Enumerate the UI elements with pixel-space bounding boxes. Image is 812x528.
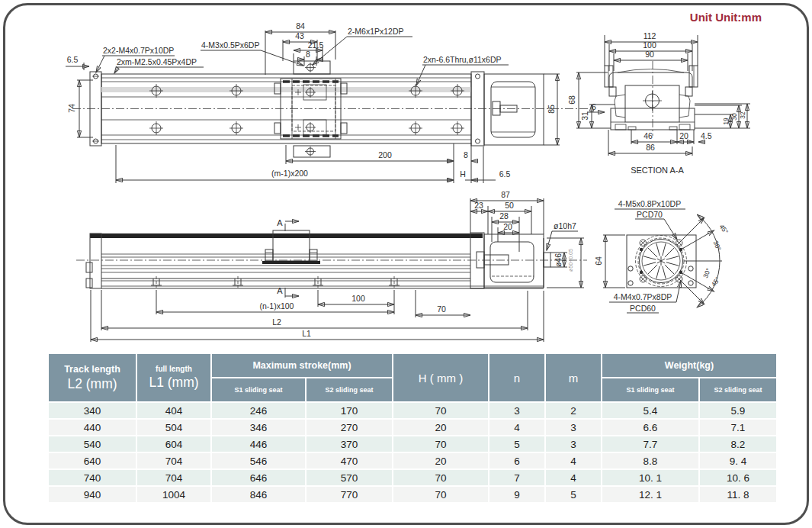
datasheet-page: Unit Unit:mm: [0, 0, 812, 528]
cell-weight-s2: 9. 4: [700, 453, 776, 468]
header-stroke-s1: S1 sliding seat: [212, 378, 305, 401]
flange-labels: 64 4-M5x0.8Px10DP PCD70 4-M4x0.7Px8DP PC…: [594, 199, 730, 313]
callout-m5-pcd70: 4-M5x0.8Px10DP: [618, 199, 681, 208]
header-full-length: full length L1 (mm): [137, 354, 210, 401]
cell-stroke-s1: 646: [212, 470, 305, 485]
cell-l1: 1004: [137, 487, 210, 502]
cell-weight-s2: 11. 8: [700, 487, 776, 502]
dim-8-bottom: 8: [464, 150, 468, 159]
cell-n: 4: [489, 420, 544, 435]
dim-50: 50: [505, 201, 514, 210]
cell-stroke-s1: 346: [212, 420, 305, 435]
dim-28: 28: [499, 211, 509, 221]
dim-h: H: [460, 169, 466, 179]
dim-dia-46: ø46: [554, 253, 563, 267]
cell-h: 70: [393, 470, 488, 485]
header-track-length: Track length L2 (mm): [49, 354, 136, 401]
header-weight-s2: S2 sliding seat: [700, 378, 776, 401]
cut-label-a-bottom: A: [277, 286, 283, 295]
dim-74: 74: [67, 104, 76, 113]
dim-6-5-bottom: 6.5: [499, 169, 511, 179]
front-view-dimensions: [91, 198, 584, 342]
cell-m: 5: [546, 487, 601, 502]
cell-m: 3: [546, 436, 601, 452]
table-row: 640 704 546 470 20 6 4 8.8 9. 4: [49, 453, 776, 468]
cut-label-a-top: A: [277, 218, 283, 227]
cell-stroke-s2: 770: [307, 487, 392, 502]
header-max-stroke-group: Maximum stroke(mm) S1 sliding seat S2 sl…: [212, 354, 392, 401]
cell-h: 70: [393, 403, 488, 418]
dim-100: 100: [643, 40, 656, 50]
dim-n-1-x100: (n-1)x100: [260, 301, 294, 311]
table-row: 940 1004 846 770 70 9 5 12. 1 11. 8: [49, 487, 776, 502]
cell-m: 4: [546, 453, 601, 468]
dim-112: 112: [644, 31, 656, 40]
dim-100-front: 100: [351, 294, 365, 303]
header-max-stroke-label: Maximum stroke(mm): [212, 354, 392, 377]
callout-m4-pcd60: 4-M4x0.7Px8DP: [614, 292, 672, 301]
cell-weight-s1: 6.6: [602, 420, 698, 435]
cell-l1: 404: [137, 403, 210, 418]
angle-45-top: 45°: [718, 223, 730, 235]
cell-weight-s2: 5.9: [700, 403, 776, 418]
cell-weight-s1: 7.7: [602, 436, 698, 452]
dim-30: 30: [730, 113, 738, 121]
callout-m6: 2-M6x1Px12DP: [348, 27, 404, 36]
dim-l1: L1: [302, 329, 311, 338]
dim-8-top: 8: [306, 50, 310, 59]
dim-l2: L2: [272, 317, 281, 327]
cell-stroke-s2: 370: [307, 436, 392, 452]
dim-87: 87: [501, 190, 510, 199]
dim-20: 20: [679, 131, 688, 140]
angle-30-top: 30°: [712, 240, 723, 252]
header-h: H ( mm ): [393, 354, 488, 401]
table-row: 340 404 246 170 70 3 2 5.4 5.9: [49, 403, 776, 418]
dim-19: 19: [722, 118, 730, 125]
front-view-geometry: [86, 230, 550, 288]
spec-table-header: Track length L2 (mm) full length L1 (mm)…: [49, 354, 776, 401]
cell-weight-s2: 7.1: [700, 420, 776, 435]
cell-h: 70: [393, 487, 488, 502]
cell-h: 20: [393, 453, 488, 468]
header-l1-label: L1 (mm): [149, 375, 198, 391]
header-l2-label: L2 (mm): [67, 376, 117, 392]
dim-31: 31: [580, 111, 589, 121]
cell-n: 5: [489, 436, 544, 452]
angle-45-bottom: 45°: [710, 275, 722, 288]
cell-l2: 340: [49, 403, 136, 418]
dim-90: 90: [645, 50, 654, 59]
callout-m3: 4-M3x0.5Px6DP: [201, 40, 259, 50]
carriage-top-view: [274, 61, 347, 157]
dim-m-1-x200: (m-1)x200: [271, 169, 308, 178]
cell-l2: 540: [49, 436, 136, 452]
cell-h: 70: [393, 436, 488, 452]
flange-center-mark: [657, 256, 665, 266]
cell-l1: 604: [137, 436, 210, 452]
header-track-length-label: Track length: [64, 364, 120, 375]
callout-thru-hole: 2xn-6.6Thru,ø11x6DP: [423, 55, 502, 64]
front-view-drawing: A A 100 (n-1)x100 L2 L1 70 87 23 50 28 2…: [76, 190, 587, 342]
dim-84: 84: [296, 21, 305, 31]
cell-n: 7: [489, 470, 544, 485]
top-view-drawing: 84 43 21.5 8 6.5 74 200 8 (m-1)x200 H 6.…: [66, 21, 589, 183]
cell-stroke-s2: 170: [307, 403, 392, 418]
dim-70: 70: [437, 304, 446, 314]
header-weight-group: Weight(kg) S1 sliding seat S2 sliding se…: [602, 354, 776, 401]
cell-stroke-s1: 846: [212, 487, 305, 502]
cell-weight-s1: 10. 1: [602, 470, 698, 485]
dim-200: 200: [378, 150, 392, 159]
dim-6: 6: [592, 102, 596, 111]
dim-86: 86: [646, 143, 655, 152]
spec-table: Track length L2 (mm) full length L1 (mm)…: [49, 354, 776, 502]
table-row: 440 504 346 270 20 4 3 6.6 7.1: [49, 420, 776, 435]
dim-46: 46: [644, 131, 653, 140]
cell-stroke-s1: 546: [212, 453, 305, 468]
cell-stroke-s2: 570: [307, 470, 392, 485]
header-stroke-s2: S2 sliding seat: [307, 378, 392, 401]
header-m: m: [546, 354, 601, 401]
cell-stroke-s2: 470: [307, 453, 392, 468]
table-row: 540 604 446 370 70 5 3 7.7 8.2: [49, 436, 776, 452]
section-aa-drawing: 112 100 90 68 31 6 19 30 32 46 20 4.5 86…: [567, 31, 750, 175]
cell-weight-s1: 12. 1: [602, 487, 698, 502]
header-weight-label: Weight(kg): [602, 354, 776, 377]
